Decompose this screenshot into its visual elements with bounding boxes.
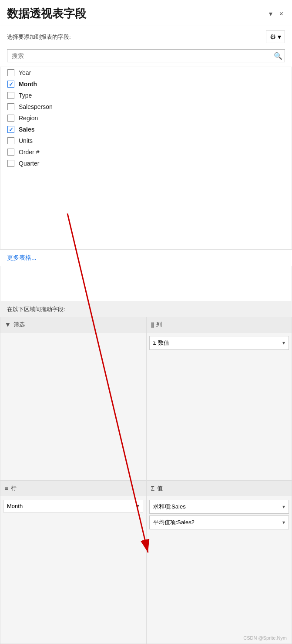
columns-dropdown[interactable]: Σ 数值▾ (149, 336, 289, 350)
values-dropdown-1[interactable]: 平均值项:Sales2▾ (149, 515, 289, 529)
search-icon: 🔍 (274, 52, 282, 60)
field-item[interactable]: Units (0, 135, 292, 146)
rows-zone-header: ≡ 行 (0, 481, 146, 496)
field-checkbox-quarter[interactable] (7, 160, 14, 167)
zones-grid: ▼ 筛选 ||| 列 Σ 数值▾ ≡ 行 Month▾ (0, 317, 292, 644)
section-label-area: 选择要添加到报表的字段: ⚙ ▾ (0, 26, 292, 47)
pivot-table-fields-panel: 数据透视表字段 ▾ × 选择要添加到报表的字段: ⚙ ▾ 🔍 Year✓Mont… (0, 0, 292, 644)
field-checkbox-salesperson[interactable] (7, 103, 14, 110)
close-button[interactable]: × (278, 9, 285, 19)
values-dropdown-label-0: 求和项:Sales (153, 503, 186, 511)
field-label-salesperson: Salesperson (19, 103, 53, 110)
filter-zone-body[interactable] (0, 332, 146, 480)
field-checkbox-order[interactable] (7, 149, 14, 156)
columns-dropdown-arrow: ▾ (282, 340, 285, 346)
search-area: 🔍 (0, 47, 292, 67)
values-dropdown-arrow-1: ▾ (282, 519, 285, 525)
field-checkbox-type[interactable] (7, 92, 14, 99)
field-item[interactable]: Region (0, 112, 292, 124)
field-checkbox-region[interactable] (7, 115, 14, 122)
field-list: Year✓MonthTypeSalespersonRegion✓SalesUni… (0, 67, 292, 250)
field-item[interactable]: Year (0, 67, 292, 78)
field-list-extra-space (0, 266, 292, 301)
field-label-units: Units (19, 137, 33, 144)
columns-zone: ||| 列 Σ 数值▾ (146, 317, 292, 481)
search-wrapper: 🔍 (7, 49, 285, 62)
watermark: CSDN @Sprite.Nym (243, 635, 287, 641)
rows-icon: ≡ (5, 485, 8, 492)
values-zone: Σ 值 求和项:Sales▾平均值项:Sales2▾ (146, 481, 292, 644)
values-zone-label: 值 (157, 485, 163, 492)
field-item[interactable]: Type (0, 90, 292, 101)
filter-zone-header: ▼ 筛选 (0, 317, 146, 332)
section-label-text: 选择要添加到报表的字段: (7, 33, 71, 41)
field-label-type: Type (19, 92, 32, 99)
field-label-order: Order # (19, 149, 39, 156)
filter-icon: ▼ (5, 321, 11, 328)
gear-dropdown-arrow: ▾ (278, 33, 281, 41)
values-dropdown-label-1: 平均值项:Sales2 (153, 519, 195, 526)
panel-title: 数据透视表字段 (7, 6, 86, 21)
field-label-region: Region (19, 115, 38, 122)
field-label-sales: Sales (19, 126, 35, 133)
field-item[interactable]: ✓Sales (0, 124, 292, 135)
field-item[interactable]: ✓Month (0, 78, 292, 90)
columns-dropdown-label: Σ 数值 (153, 339, 170, 347)
values-zone-header: Σ 值 (147, 481, 292, 496)
rows-dropdown[interactable]: Month▾ (3, 500, 143, 512)
dropdown-arrow-button[interactable]: ▾ (267, 9, 274, 19)
gear-icon: ⚙ (270, 33, 276, 41)
filter-zone: ▼ 筛选 (0, 317, 146, 481)
search-input[interactable] (7, 49, 285, 62)
rows-zone-body: Month▾ (0, 496, 146, 644)
columns-icon: ||| (151, 322, 154, 328)
values-zone-body: 求和项:Sales▾平均值项:Sales2▾ (147, 496, 292, 644)
values-dropdown-0[interactable]: 求和项:Sales▾ (149, 500, 289, 514)
field-label-year: Year (19, 69, 31, 76)
columns-zone-header: ||| 列 (147, 317, 292, 332)
field-checkbox-sales[interactable]: ✓ (7, 126, 14, 133)
panel-header: 数据透视表字段 ▾ × (0, 0, 292, 26)
search-icon-button[interactable]: 🔍 (274, 52, 282, 60)
field-item[interactable]: Order # (0, 146, 292, 158)
field-label-quarter: Quarter (19, 160, 39, 167)
field-item[interactable]: Quarter (0, 158, 292, 169)
field-checkbox-units[interactable] (7, 137, 14, 144)
drag-section-label: 在以下区域间拖动字段: (0, 301, 292, 317)
rows-zone-label: 行 (11, 485, 17, 492)
settings-button[interactable]: ⚙ ▾ (266, 31, 285, 43)
header-controls: ▾ × (267, 9, 285, 19)
columns-zone-body: Σ 数值▾ (147, 332, 292, 480)
rows-dropdown-label: Month (7, 503, 23, 509)
field-checkbox-year[interactable] (7, 69, 14, 76)
field-label-month: Month (19, 81, 37, 88)
values-dropdown-arrow-0: ▾ (282, 504, 285, 510)
more-tables-link[interactable]: 更多表格... (0, 250, 292, 266)
values-icon: Σ (151, 485, 155, 492)
rows-zone: ≡ 行 Month▾ (0, 481, 146, 644)
field-checkbox-month[interactable]: ✓ (7, 81, 14, 88)
filter-zone-label: 筛选 (13, 321, 25, 329)
columns-zone-label: 列 (156, 321, 162, 329)
field-item[interactable]: Salesperson (0, 101, 292, 112)
rows-dropdown-arrow: ▾ (137, 503, 139, 509)
